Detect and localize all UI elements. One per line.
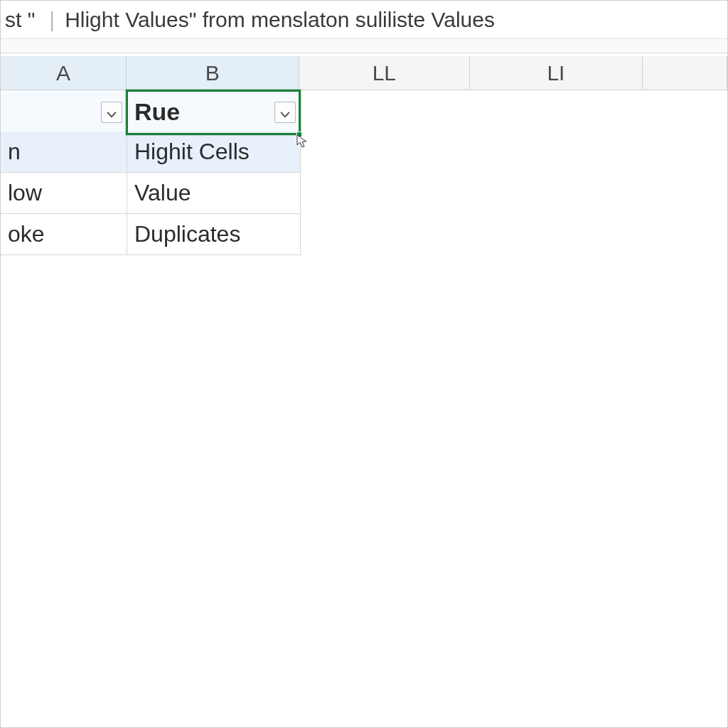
cell-A2[interactable]: n: [1, 132, 127, 173]
cell-A4[interactable]: oke: [1, 214, 127, 255]
title-text-right: Hlight Values" from menslaton suliliste …: [62, 8, 495, 32]
cell-A2-text: n: [8, 139, 21, 165]
chevron-down-icon: [106, 98, 117, 126]
cell-A4-text: oke: [8, 221, 45, 247]
fill-handle[interactable]: [296, 132, 302, 137]
cell-A1[interactable]: [1, 90, 127, 134]
spreadsheet-grid[interactable]: A B LL LI Rue: [1, 56, 727, 255]
table-row: oke Duplicates: [1, 214, 727, 255]
cell-A3-text: low: [8, 180, 42, 206]
cell-B2-text: Highit Cells: [134, 139, 250, 165]
column-headers: A B LL LI: [1, 56, 727, 90]
cell-B1-text: Rue: [134, 98, 180, 126]
rows: Rue n Highit Cells: [1, 90, 727, 255]
filter-dropdown-A[interactable]: [101, 102, 122, 123]
column-header-LL[interactable]: LL: [299, 56, 471, 90]
cell-B4[interactable]: Duplicates: [127, 214, 301, 255]
cell-B3-text: Value: [134, 180, 191, 206]
cell-B3[interactable]: Value: [127, 173, 301, 214]
empty-grid-area[interactable]: [1, 258, 727, 727]
filter-dropdown-B[interactable]: [274, 102, 296, 123]
cell-B1[interactable]: Rue: [127, 90, 301, 134]
app-window: st " | Hlight Values" from menslaton sul…: [0, 0, 728, 728]
chevron-down-icon: [279, 98, 291, 126]
cell-A3[interactable]: low: [1, 173, 127, 214]
title-divider: |: [42, 8, 62, 32]
ribbon-separator: [1, 39, 727, 53]
column-header-A[interactable]: A: [1, 56, 127, 90]
filter-row: Rue: [1, 90, 727, 132]
title-text-left: st ": [5, 8, 42, 32]
title-bar: st " | Hlight Values" from menslaton sul…: [1, 1, 727, 39]
column-header-LI[interactable]: LI: [470, 56, 643, 90]
column-header-B[interactable]: B: [127, 56, 299, 90]
table-row: low Value: [1, 173, 727, 214]
cell-B4-text: Duplicates: [134, 221, 240, 247]
table-row: n Highit Cells: [1, 132, 727, 173]
cell-B2[interactable]: Highit Cells: [127, 132, 301, 173]
column-header-blank[interactable]: [643, 56, 727, 90]
